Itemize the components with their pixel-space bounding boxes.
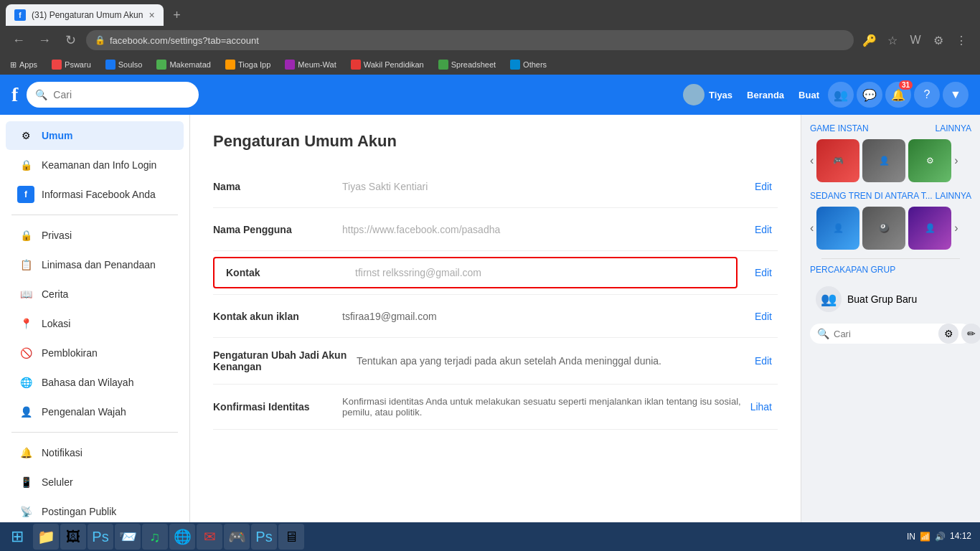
bookmark-6[interactable]: Wakil Pendidikan	[347, 58, 428, 71]
browser-nav-icons: 🔑 ☆ W ⚙ ⋮	[859, 30, 971, 50]
taskbar-file-explorer[interactable]: 📁	[33, 524, 59, 550]
friends-icon: 👥	[834, 88, 848, 102]
notifications-button[interactable]: 🔔 31	[885, 82, 911, 108]
settings-ext-icon[interactable]: ⚙	[928, 30, 948, 50]
sidebar-section-3: 🔔 Notifikasi 📱 Seluler 📡 Postingan Publi…	[0, 438, 189, 526]
back-button[interactable]: ←	[9, 30, 29, 50]
sidebar-item-seluler[interactable]: 📱 Seluler	[6, 468, 184, 496]
trending-image-3: 👤	[908, 207, 951, 250]
bookmark-favicon-3	[156, 60, 166, 70]
user-profile-button[interactable]: Tiyas	[677, 81, 738, 108]
browser-nav: ← → ↻ 🔒 facebook.com/settings?tab=accoun…	[0, 26, 980, 55]
telegram-icon: 📨	[119, 528, 137, 545]
start-button[interactable]: ⊞	[3, 524, 32, 550]
taskbar-time-value: 14:12	[950, 531, 971, 542]
sidebar-item-bahasa[interactable]: 🌐 Bahasa dan Wilayah	[6, 368, 184, 397]
home-button[interactable]: Beranda	[741, 87, 790, 103]
next-game-button[interactable]: ›	[954, 154, 958, 167]
nama-edit-button[interactable]: Edit	[749, 178, 778, 195]
sidebar-item-informasi[interactable]: f Informasi Facebook Anda	[6, 180, 184, 209]
game-thumb-2[interactable]: 👤	[862, 139, 905, 182]
reload-button[interactable]: ↻	[60, 30, 80, 50]
bookmark-3[interactable]: Makematad	[152, 58, 215, 71]
sidebar-item-wajah[interactable]: 👤 Pengenalan Wajah	[6, 397, 184, 426]
settings-row-nama: Nama Tiyas Sakti Kentiari Edit	[213, 165, 778, 208]
taskbar-ps2[interactable]: Ps	[251, 524, 277, 550]
new-tab-button[interactable]: +	[166, 4, 188, 26]
taskbar-photos[interactable]: 🖼	[60, 524, 86, 550]
sidebar-item-privasi[interactable]: 🔒 Privasi	[6, 221, 184, 250]
taskbar-mail[interactable]: ✉	[197, 524, 222, 550]
kontak-edit-button[interactable]: Edit	[749, 264, 778, 281]
identitas-lihat-button[interactable]: Lihat	[745, 398, 778, 415]
settings-row-kontak-iklan: Kontak akun iklan tsfiraa19@gmail.com Ed…	[213, 295, 778, 338]
taskbar-clock: 14:12	[950, 531, 971, 542]
chat-search-input[interactable]	[834, 329, 934, 339]
address-bar[interactable]: 🔒 facebook.com/settings?tab=account	[86, 30, 854, 50]
settings-row-akun-kenangan: Pengaturan Ubah Jadi Akun Kenangan Tentu…	[213, 338, 778, 385]
game-thumb-1[interactable]: 🎮	[816, 139, 859, 182]
sidebar-label-bahasa: Bahasa dan Wilayah	[42, 377, 133, 388]
fb-search-box[interactable]: 🔍	[27, 82, 199, 108]
friends-button[interactable]: 👥	[828, 82, 854, 108]
sidebar: ⚙ Umum 🔒 Keamanan dan Info Login f Infor…	[0, 115, 190, 551]
key-icon[interactable]: 🔑	[859, 30, 880, 50]
sidebar-item-linimasa[interactable]: 📋 Linimasa dan Penandaan	[6, 250, 184, 279]
sidebar-item-postingan[interactable]: 📡 Postingan Publik	[6, 497, 184, 526]
create-group-button[interactable]: 👥 Buat Grup Baru	[810, 281, 971, 318]
sidebar-item-notifikasi[interactable]: 🔔 Notifikasi	[6, 438, 184, 467]
sidebar-item-cerita[interactable]: 📖 Cerita	[6, 280, 184, 309]
taskbar-photoshop[interactable]: Ps	[88, 524, 113, 550]
bookmark-label-7: Spreadsheet	[451, 60, 496, 69]
trending-thumb-1[interactable]: 👤	[816, 207, 859, 250]
trending-thumb-2[interactable]: 🎱	[862, 207, 905, 250]
akun-kenangan-edit-button[interactable]: Edit	[749, 352, 778, 369]
bookmark-7[interactable]: Spreadsheet	[434, 58, 500, 71]
chat-compose-icon[interactable]: ✏	[961, 324, 980, 344]
username-edit-button[interactable]: Edit	[749, 221, 778, 238]
chat-search-box[interactable]: 🔍 ⚙ ✏ 👤	[810, 324, 971, 344]
sidebar-item-umum[interactable]: ⚙ Umum	[6, 121, 184, 150]
sidebar-item-lokasi[interactable]: 📍 Lokasi	[6, 309, 184, 338]
menu-button[interactable]: ⋮	[951, 30, 971, 50]
trending-thumb-3[interactable]: 👤	[908, 207, 951, 250]
user-name: Tiyas	[709, 90, 732, 100]
prev-trending-button[interactable]: ‹	[810, 222, 814, 235]
create-button[interactable]: Buat	[793, 87, 825, 103]
dropdown-button[interactable]: ▼	[943, 82, 969, 108]
taskbar-telegram[interactable]: 📨	[115, 524, 141, 550]
bookmark-4[interactable]: Tioga Ipp	[221, 58, 275, 71]
chat-settings-icon[interactable]: ⚙	[938, 324, 958, 344]
help-button[interactable]: ?	[914, 82, 940, 108]
game-thumb-3[interactable]: ⚙	[908, 139, 951, 182]
identitas-label: Konfirmasi Identitas	[213, 401, 342, 413]
forward-button[interactable]: →	[34, 30, 55, 50]
star-icon[interactable]: ☆	[882, 30, 903, 50]
taskbar-spotify[interactable]: ♫	[142, 524, 168, 550]
kontak-iklan-edit-button[interactable]: Edit	[749, 308, 778, 325]
sidebar-item-keamanan[interactable]: 🔒 Keamanan dan Info Login	[6, 151, 184, 179]
browser-tab-active[interactable]: f (31) Pengaturan Umum Akun ×	[6, 4, 164, 26]
notif-icon: 🔔	[17, 444, 34, 461]
sidebar-item-pemblokiran[interactable]: 🚫 Pemblokiran	[6, 339, 184, 367]
game-lainnya-button[interactable]: LAINNYA	[936, 123, 971, 133]
apps-icon: ⊞	[10, 60, 17, 70]
bookmark-8[interactable]: Others	[506, 58, 551, 71]
bookmark-apps[interactable]: ⊞ Apps	[6, 59, 42, 71]
taskbar-game[interactable]: 🎮	[224, 524, 250, 550]
tab-close-button[interactable]: ×	[149, 9, 154, 21]
bookmark-1[interactable]: Pswaru	[47, 58, 95, 71]
create-label: Buat	[798, 90, 819, 100]
word-icon[interactable]: W	[905, 30, 925, 50]
taskbar-chrome[interactable]: 🌐	[169, 524, 195, 550]
messenger-button[interactable]: 💬	[857, 82, 882, 108]
search-input[interactable]	[53, 89, 182, 100]
sidebar-label-linimasa: Linimasa dan Penandaan	[42, 259, 156, 270]
next-trending-button[interactable]: ›	[954, 222, 958, 235]
prev-game-button[interactable]: ‹	[810, 154, 814, 167]
bookmark-favicon-7	[438, 60, 448, 70]
taskbar-monitor[interactable]: 🖥	[278, 524, 304, 550]
bookmark-5[interactable]: Meum-Wat	[281, 58, 340, 71]
trending-lainnya-button[interactable]: LAINNYA	[936, 191, 971, 201]
bookmark-2[interactable]: Soulso	[101, 58, 147, 71]
